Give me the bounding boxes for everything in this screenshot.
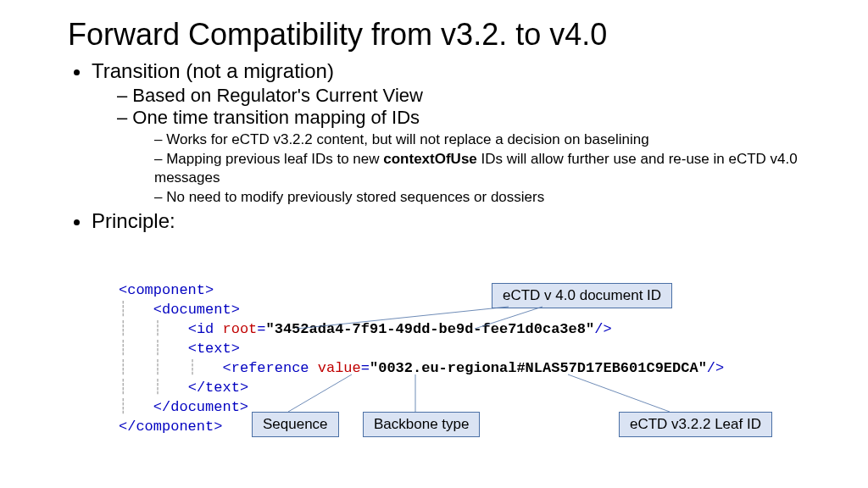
bullet-one-time-mapping: One time transition mapping of IDs Works… — [117, 107, 817, 206]
xml-ref-val-seq: "0032. — [370, 360, 421, 376]
bullet-no-need-modify: No need to modify previously stored sequ… — [154, 188, 817, 206]
xml-text-open: <text> — [188, 341, 240, 357]
callout-sequence: Sequence — [252, 412, 339, 437]
xml-text-close: </text> — [188, 380, 248, 396]
bullet-mapping-ids: Mapping previous leaf IDs to new context… — [154, 150, 817, 186]
xml-id-tag: <id — [188, 321, 214, 337]
xml-component-open: <component> — [119, 282, 214, 298]
bullet-transition: Transition (not a migration) Based on Re… — [92, 59, 817, 206]
xml-document-close: </document> — [153, 399, 248, 415]
slide-title: Forward Compatibility from v3.2. to v4.0 — [68, 17, 817, 53]
callout-leaf-id: eCTD v3.2.2 Leaf ID — [619, 412, 772, 437]
bullet-text: Transition (not a migration) — [92, 59, 334, 82]
callout-backbone: Backbone type — [363, 412, 480, 437]
bullet-works-for: Works for eCTD v3.2.2 content, but will … — [154, 130, 817, 148]
xml-reference-attr: value — [309, 360, 361, 376]
xml-reference-tag: <reference — [223, 360, 309, 376]
bullet-list: Transition (not a migration) Based on Re… — [68, 59, 817, 233]
xml-component-close: </component> — [119, 419, 222, 435]
xml-id-value: "3452ada4-7f91-49dd-be9d-fee71d0ca3e8" — [266, 321, 595, 337]
bullet-principle: Principle: — [92, 209, 817, 233]
callout-doc-id: eCTD v 4.0 document ID — [492, 283, 672, 308]
bullet-regulator-view: Based on Regulator's Current View — [117, 85, 817, 107]
xml-document-open: <document> — [153, 302, 240, 318]
xml-ref-val-backbone: eu-regional — [421, 360, 516, 376]
xml-id-attr: root — [214, 321, 257, 337]
xml-ref-val-leaf: #NLAS57D17EB601C9EDCA" — [516, 360, 706, 376]
